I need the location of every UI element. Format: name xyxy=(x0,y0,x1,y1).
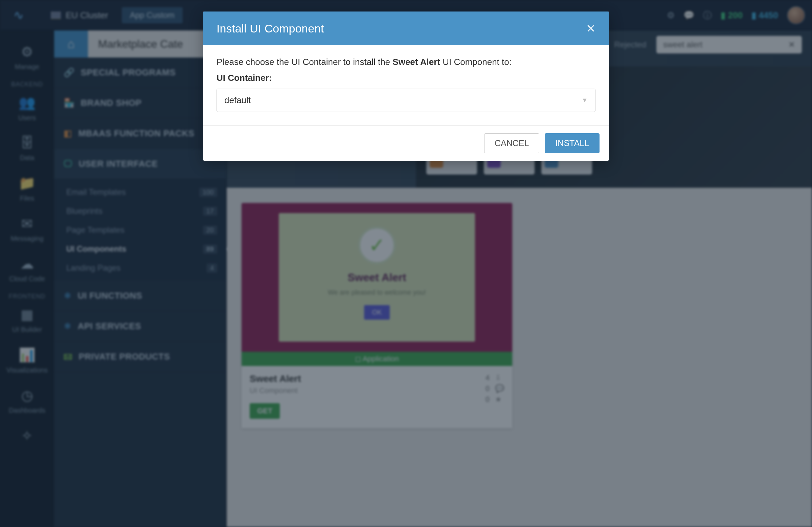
modal-body: Please choose the UI Container to instal… xyxy=(203,45,609,126)
modal-instruction: Please choose the UI Container to instal… xyxy=(217,57,595,67)
chevron-down-icon: ▼ xyxy=(582,97,588,104)
close-icon[interactable]: ✕ xyxy=(586,21,595,35)
install-modal: Install UI Component ✕ Please choose the… xyxy=(203,12,609,161)
modal-title: Install UI Component xyxy=(217,22,324,35)
modal-footer: CANCEL INSTALL xyxy=(203,126,609,161)
ui-container-select[interactable]: default ▼ xyxy=(217,89,595,112)
install-button[interactable]: INSTALL xyxy=(545,133,599,153)
container-label: UI Container: xyxy=(217,73,595,83)
cancel-button[interactable]: CANCEL xyxy=(484,133,539,153)
modal-header: Install UI Component ✕ xyxy=(203,12,609,45)
select-value: default xyxy=(224,95,251,105)
